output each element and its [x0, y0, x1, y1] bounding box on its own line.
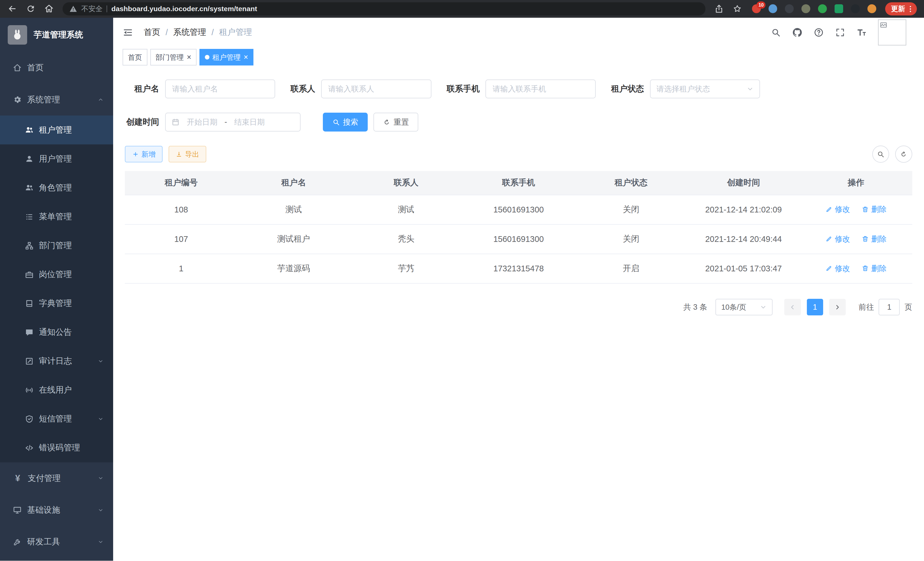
- sidebar-item-payment-management[interactable]: ¥ 支付管理: [0, 462, 113, 494]
- sidebar-item-audit-log[interactable]: 审计日志: [0, 347, 113, 376]
- browser-menu-icon[interactable]: [906, 5, 915, 13]
- chevron-down-icon: [760, 304, 767, 311]
- search-icon[interactable]: [771, 27, 781, 38]
- sidebar-item-error-code-management[interactable]: 错误码管理: [0, 433, 113, 462]
- sidebar-item-home[interactable]: 首页: [0, 52, 113, 84]
- user-avatar[interactable]: [878, 20, 906, 45]
- add-button[interactable]: 新增: [125, 146, 163, 162]
- date-start[interactable]: 开始日期: [187, 117, 218, 127]
- date-end[interactable]: 结束日期: [234, 117, 265, 127]
- tag-tenant-management[interactable]: 租户管理 ×: [200, 49, 254, 65]
- cell-contact: 秃头: [350, 224, 463, 254]
- sidebar-item-post-management[interactable]: 岗位管理: [0, 260, 113, 289]
- extension-icon[interactable]: [769, 4, 777, 13]
- sidebar-item-user-management[interactable]: 用户管理: [0, 144, 113, 173]
- sidebar-item-tenant-management[interactable]: 租户管理: [0, 116, 113, 144]
- filter-mobile: 联系手机: [447, 80, 596, 98]
- sidebar-item-notice[interactable]: 通知公告: [0, 318, 113, 347]
- payment-yen-icon: ¥: [13, 473, 22, 484]
- download-icon: [176, 151, 183, 158]
- sidebar-item-dept-management[interactable]: 部门管理: [0, 231, 113, 260]
- sidebar-item-infrastructure[interactable]: 基础设施: [0, 494, 113, 526]
- extension-icon[interactable]: [785, 4, 794, 13]
- delete-link[interactable]: 删除: [862, 263, 886, 274]
- pagination: 共 3 条 10条/页 1 前往 页: [125, 299, 912, 315]
- goto-page-input[interactable]: [879, 299, 900, 315]
- delete-link[interactable]: 删除: [862, 204, 886, 214]
- browser-home-icon[interactable]: [44, 4, 54, 14]
- app-logo: 芋道管理系统: [0, 18, 113, 52]
- close-icon[interactable]: ×: [244, 53, 248, 61]
- pagination-total: 共 3 条: [683, 302, 707, 312]
- browser-back-icon[interactable]: [7, 4, 17, 14]
- browser-reload-icon[interactable]: [26, 4, 35, 14]
- delete-link[interactable]: 删除: [862, 234, 886, 244]
- goto-suffix: 页: [904, 302, 912, 312]
- cell-tenant-id: 1: [125, 254, 237, 283]
- tenant-name-input[interactable]: [165, 80, 275, 98]
- refresh-button[interactable]: [895, 146, 912, 163]
- toggle-search-button[interactable]: [872, 146, 890, 163]
- date-range-picker[interactable]: 开始日期 - 结束日期: [165, 113, 301, 132]
- page-size-select[interactable]: 10条/页: [716, 299, 772, 315]
- gear-icon: [13, 95, 22, 104]
- status-select[interactable]: 请选择租户状态: [650, 80, 760, 98]
- sidebar-toggle-icon[interactable]: [123, 27, 133, 38]
- sidebar-item-menu-management[interactable]: 菜单管理: [0, 202, 113, 231]
- address-bar[interactable]: 不安全 dashboard.yudao.iocoder.cn/system/te…: [63, 2, 705, 15]
- mobile-input[interactable]: [485, 80, 596, 98]
- font-size-icon[interactable]: [856, 27, 867, 38]
- share-icon[interactable]: [714, 4, 724, 14]
- search-button[interactable]: 搜索: [323, 113, 368, 132]
- create-time-label: 创建时间: [125, 116, 159, 128]
- pagination-goto: 前往 页: [859, 299, 912, 315]
- bookmark-star-icon[interactable]: [733, 4, 742, 14]
- cell-tenant-id: 107: [125, 224, 237, 254]
- tag-dept-management[interactable]: 部门管理 ×: [150, 49, 196, 65]
- security-warning-icon[interactable]: [69, 5, 77, 13]
- github-icon[interactable]: [792, 27, 802, 38]
- announcement-icon: [25, 328, 34, 337]
- edit-link[interactable]: 修改: [825, 234, 850, 244]
- sidebar-item-online-users[interactable]: 在线用户: [0, 376, 113, 405]
- cell-tenant-name: 芋道源码: [237, 254, 350, 283]
- sidebar-item-sms-management[interactable]: 短信管理: [0, 405, 113, 433]
- reset-button[interactable]: 重置: [374, 113, 418, 132]
- cell-contact: 芋艿: [350, 254, 463, 283]
- close-icon[interactable]: ×: [187, 53, 191, 61]
- sidebar-item-dev-tools[interactable]: 研发工具: [0, 526, 113, 558]
- cell-mobile: 15601691300: [462, 224, 575, 254]
- sidebar-item-dict-management[interactable]: 字典管理: [0, 289, 113, 318]
- extension-icon[interactable]: [801, 4, 810, 13]
- contact-input[interactable]: [321, 80, 431, 98]
- chrome-update-button[interactable]: 更新: [885, 2, 917, 15]
- sidebar-item-role-management[interactable]: 角色管理: [0, 173, 113, 202]
- sidebar-menu: 首页 系统管理 租户管理 用户管理 角色管理: [0, 52, 113, 558]
- page-number-1[interactable]: 1: [807, 299, 824, 315]
- breadcrumb-system[interactable]: 系统管理: [173, 27, 206, 38]
- breadcrumb-home[interactable]: 首页: [144, 27, 160, 38]
- extension-icon[interactable]: [867, 4, 876, 13]
- sidebar-item-system-management[interactable]: 系统管理: [0, 84, 113, 116]
- table-header-row: 租户编号 租户名 联系人 联系手机 租户状态 创建时间 操作: [125, 171, 912, 195]
- extensions-row: 10: [752, 4, 876, 13]
- cell-created-at: 2021-12-14 20:49:44: [687, 224, 800, 254]
- menu-list-icon: [25, 212, 34, 221]
- chevron-down-icon: [747, 86, 754, 93]
- help-question-icon[interactable]: [814, 27, 824, 38]
- edit-pen-icon: [825, 235, 832, 242]
- tag-home[interactable]: 首页: [123, 49, 147, 65]
- column-header: 租户编号: [125, 171, 237, 195]
- edit-pen-icon: [825, 265, 832, 272]
- extension-icon[interactable]: 10: [752, 4, 761, 13]
- extension-icon[interactable]: [851, 4, 860, 13]
- next-page-button[interactable]: [829, 299, 846, 315]
- edit-link[interactable]: 修改: [825, 204, 850, 214]
- fullscreen-icon[interactable]: [835, 27, 845, 38]
- extension-icon[interactable]: [818, 4, 827, 13]
- export-button[interactable]: 导出: [169, 146, 206, 162]
- extension-icon[interactable]: [835, 4, 843, 13]
- prev-page-button[interactable]: [784, 299, 801, 315]
- edit-link[interactable]: 修改: [825, 263, 850, 274]
- user-menu[interactable]: [878, 20, 915, 45]
